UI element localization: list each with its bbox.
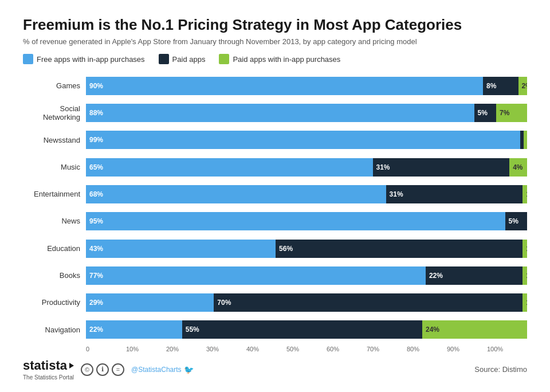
bar-segment-free: 77%: [86, 266, 426, 285]
bar-segment-free: 90%: [86, 77, 483, 95]
bar-segment-paid-iap: 1%: [522, 293, 527, 312]
statista-arrow-icon: [69, 363, 74, 369]
x-tick: 40%: [246, 346, 286, 352]
bar-track: 22%55%24%: [86, 320, 527, 339]
cc-icon: ©: [81, 363, 93, 376]
bar-row: Entertainment68%31%1%: [23, 181, 527, 207]
twitter-bird-icon: 🐦: [184, 365, 194, 374]
legend-paid-iap: Paid apps with in-app purchases: [219, 54, 340, 64]
bar-segment-paid-iap: 1%: [522, 185, 527, 203]
bar-track: 77%22%1%: [86, 266, 527, 285]
legend-paid: Paid apps: [159, 54, 206, 64]
bar-row: Navigation22%55%24%: [23, 316, 527, 343]
chart-subtitle: % of revenue generated in Apple's App St…: [23, 37, 527, 46]
bar-label: Books: [23, 271, 86, 280]
bar-track: 65%31%4%: [86, 158, 527, 177]
bar-row: News95%5%: [23, 208, 527, 235]
bar-segment-free: 29%: [86, 293, 214, 312]
bar-label: SocialNetworking: [23, 104, 86, 122]
bar-track: 99%0,5%0,5%: [86, 131, 527, 149]
chart-area: Games90%8%2%SocialNetworking88%5%7%Newss…: [23, 72, 527, 352]
bar-segment-free: 68%: [86, 185, 386, 203]
bar-segment-paid: 31%: [386, 185, 523, 203]
bar-row: Newsstand99%0,5%0,5%: [23, 127, 527, 154]
bar-row: Music65%31%4%: [23, 154, 527, 181]
bar-segment-paid: 31%: [373, 158, 510, 177]
x-tick: 100%: [487, 346, 527, 352]
statista-logo-text: statista: [23, 358, 67, 373]
x-tick: 90%: [447, 346, 487, 352]
x-tick: 30%: [206, 346, 246, 352]
bar-label: Productivity: [23, 298, 86, 307]
bar-segment-free: 88%: [86, 104, 474, 122]
footer-icons: © ℹ =: [81, 363, 124, 376]
bars-section: Games90%8%2%SocialNetworking88%5%7%Newss…: [23, 72, 527, 343]
chart-title: Freemium is the No.1 Pricing Strategy in…: [23, 16, 527, 34]
bar-row: Games90%8%2%: [23, 72, 527, 99]
statista-logo-block: statista The Statistics Portal: [23, 358, 74, 381]
footer: statista The Statistics Portal © ℹ = @St…: [23, 358, 527, 381]
bar-segment-paid-iap: 24%: [422, 320, 527, 339]
bar-track: 43%56%1%: [86, 240, 527, 258]
bar-segment-paid-iap: 7%: [496, 104, 527, 122]
bar-row: SocialNetworking88%5%7%: [23, 99, 527, 126]
bar-label: Navigation: [23, 326, 86, 335]
bar-segment-paid: 5%: [474, 104, 497, 122]
bar-segment-paid-iap: 1%: [522, 240, 527, 258]
twitter-handle-block: @StatistaCharts 🐦: [131, 365, 194, 374]
bar-segment-free: 95%: [86, 212, 505, 230]
bar-segment-free: 43%: [86, 240, 276, 258]
bar-track: 29%70%1%: [86, 293, 527, 312]
bar-segment-paid: 56%: [276, 240, 522, 258]
legend-free-label: Free apps with in-app purchases: [37, 55, 145, 64]
equal-icon: =: [112, 363, 124, 376]
bar-label: News: [23, 217, 86, 226]
bar-track: 88%5%7%: [86, 104, 527, 122]
bar-segment-paid: 22%: [426, 266, 522, 285]
page-container: Freemium is the No.1 Pricing Strategy in…: [0, 0, 550, 392]
legend: Free apps with in-app purchases Paid app…: [23, 54, 527, 64]
bar-row: Books77%22%1%: [23, 262, 527, 289]
bar-label: Newsstand: [23, 136, 86, 145]
legend-paid-label: Paid apps: [172, 55, 206, 64]
statista-tagline: The Statistics Portal: [23, 374, 74, 381]
bar-row: Productivity29%70%1%: [23, 289, 527, 316]
bar-track: 68%31%1%: [86, 185, 527, 203]
x-tick: 20%: [166, 346, 206, 352]
bar-label: Games: [23, 81, 86, 91]
bar-segment-paid-iap: 4%: [509, 158, 527, 177]
info-icon: ℹ: [96, 363, 109, 376]
x-tick: 80%: [407, 346, 447, 352]
bar-track: 95%5%: [86, 212, 527, 230]
x-tick: 10%: [126, 346, 166, 352]
legend-color-paid: [159, 54, 169, 64]
footer-left: statista The Statistics Portal © ℹ = @St…: [23, 358, 194, 381]
x-tick: 60%: [327, 346, 367, 352]
bar-segment-paid: 70%: [214, 293, 522, 312]
bar-row: Education43%56%1%: [23, 235, 527, 262]
twitter-handle: @StatistaCharts: [131, 366, 182, 374]
x-tick: 50%: [286, 346, 327, 352]
bar-segment-paid-iap: 1%: [522, 266, 527, 285]
x-tick: 70%: [367, 346, 407, 352]
bar-segment-paid-iap: 0,5%: [524, 131, 527, 149]
bar-label: Education: [23, 244, 86, 253]
bar-segment-free: 65%: [86, 158, 373, 177]
bar-segment-free: 99%: [86, 131, 520, 149]
x-tick: 0: [86, 346, 126, 352]
bar-segment-free: 22%: [86, 320, 182, 339]
source-text: Source: Distimo: [474, 365, 527, 374]
legend-color-paid-iap: [219, 54, 229, 64]
bar-track: 90%8%2%: [86, 77, 527, 95]
bar-segment-paid: 8%: [483, 77, 518, 95]
bar-segment-paid: 55%: [182, 320, 422, 339]
bar-segment-paid: 5%: [505, 212, 528, 230]
legend-color-free: [23, 54, 33, 64]
legend-paid-iap-label: Paid apps with in-app purchases: [233, 55, 340, 64]
bar-label: Entertainment: [23, 190, 86, 199]
x-axis: 010%20%30%40%50%60%70%80%90%100%: [86, 346, 527, 352]
bar-label: Music: [23, 163, 86, 172]
legend-free: Free apps with in-app purchases: [23, 54, 145, 64]
bar-segment-paid-iap: 2%: [518, 77, 527, 95]
